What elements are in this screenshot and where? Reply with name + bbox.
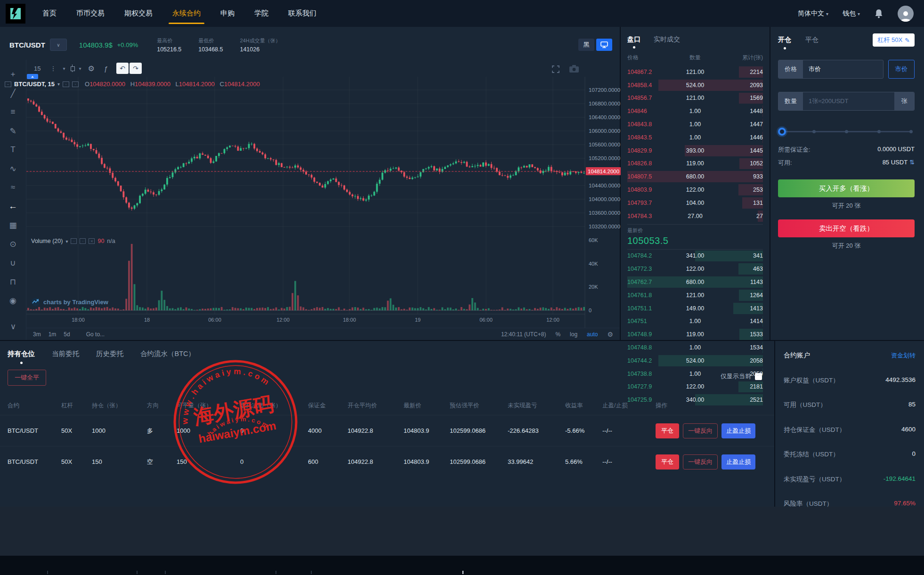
log-scale-button[interactable]: log (570, 331, 577, 338)
quantity-input[interactable]: 数量 1张≈200USDT 张 (778, 92, 915, 111)
eye-icon[interactable]: ◉ (5, 292, 21, 308)
sell-short-button[interactable]: 卖出开空（看跌） (778, 219, 915, 237)
chevron-down-icon[interactable]: ▾ (78, 64, 82, 73)
axis-settings-gear-icon[interactable]: ⚙ (607, 331, 613, 338)
orderbook-ask-row[interactable]: 104793.7104.00131 (627, 196, 763, 210)
trendline-icon[interactable]: ╱ (5, 85, 21, 101)
volume-label[interactable]: Volume (20) (31, 238, 63, 244)
tradingview-credit[interactable]: charts by TradingView (31, 298, 108, 307)
transfer-swap-icon[interactable]: ⇅ (909, 159, 915, 166)
buy-long-button[interactable]: 买入开多（看涨） (778, 179, 915, 197)
nav-item-0[interactable]: 首页 (42, 0, 57, 27)
bars-pattern-icon[interactable]: ▦ (5, 217, 21, 233)
notifications-bell-icon[interactable] (874, 8, 883, 19)
chart-settings-gear-icon[interactable]: ⚙ (84, 62, 98, 75)
orderbook-ask-row[interactable]: 104807.5680.00933 (627, 170, 763, 183)
gear-icon[interactable]: ◦ (72, 81, 79, 87)
orderbook-ask-row[interactable]: 104867.2121.002214 (627, 65, 763, 79)
crosshair-icon[interactable]: + (5, 66, 21, 82)
camera-snapshot-icon[interactable] (569, 65, 579, 73)
gann-fib-icon[interactable]: ≡ (5, 104, 21, 120)
nav-item-6[interactable]: 联系我们 (288, 0, 316, 27)
reverse-position-button[interactable]: 一键反向 (683, 423, 718, 438)
orderbook-ask-row[interactable]: 104803.9122.00253 (627, 183, 763, 196)
orderbook-bid-row[interactable]: 1047511.001414 (627, 315, 763, 328)
interval-button[interactable]: 15 (30, 63, 44, 74)
wallet-dropdown[interactable]: 钱包▾ (843, 9, 860, 18)
chart-style-icon[interactable] (70, 65, 74, 72)
market-price-button[interactable]: 市价 (888, 60, 915, 79)
orderbook-bid-row[interactable]: 104751.1149.001413 (627, 302, 763, 315)
positions-tab-2[interactable]: 历史委托 (96, 349, 123, 358)
orderbook-bid-row[interactable]: 104748.9119.001533 (627, 328, 763, 341)
magnet-icon[interactable]: ∪ (5, 255, 21, 271)
tab-orderbook[interactable]: 盘口 (627, 35, 640, 44)
text-icon[interactable]: T (5, 142, 21, 158)
orderbook-bid-row[interactable]: 104772.3122.00463 (627, 262, 763, 275)
close-position-button[interactable]: 平仓 (656, 454, 679, 470)
close-icon[interactable]: ✕ (89, 238, 95, 244)
tab-trades[interactable]: 实时成交 (654, 35, 680, 44)
pattern-icon[interactable]: ∿ (5, 161, 21, 177)
nav-item-1[interactable]: 币币交易 (76, 0, 105, 27)
redo-button[interactable]: ↷ (130, 63, 142, 74)
price-input[interactable]: 价格 市价 (778, 60, 883, 79)
pair-selector[interactable]: ∨ (50, 39, 67, 51)
orderbook-ask-row[interactable]: 104858.4524.002093 (627, 79, 763, 92)
tp-sl-button[interactable]: 止盈止损 (721, 454, 755, 470)
orderbook-ask-row[interactable]: 104843.81.001447 (627, 118, 763, 131)
orderbook-bid-row[interactable]: 104762.7680.001143 (627, 275, 763, 289)
close-position-button[interactable]: 平仓 (656, 423, 679, 438)
user-avatar[interactable] (898, 6, 914, 22)
positions-tab-1[interactable]: 当前委托 (52, 349, 79, 358)
lock-icon[interactable]: ⊓ (5, 274, 21, 290)
candlestick-chart[interactable]: 107200.0000106800.0000106400.0000106000.… (26, 77, 621, 328)
orderbook-ask-row[interactable]: 104856.7121.001569 (627, 92, 763, 105)
chart-area[interactable]: +╱≡✎T∿≈←▦⊙∪⊓◉∨ 15 ⋮ ▾ ▾ ⚙ ƒ ↶ ↷ − BTC/US… (0, 60, 620, 340)
brush-icon[interactable]: ✎ (5, 123, 21, 139)
range-1m[interactable]: 1m (49, 331, 57, 338)
range-3m[interactable]: 3m (33, 331, 41, 338)
forecast-icon[interactable]: ≈ (5, 179, 21, 195)
nav-item-2[interactable]: 期权交易 (124, 0, 153, 27)
tab-open-position[interactable]: 开仓 (778, 36, 791, 44)
positions-tab-3[interactable]: 合约流水（BTC） (140, 349, 195, 358)
close-all-button[interactable]: 一键全平 (8, 370, 46, 386)
fund-transfer-link[interactable]: 资金划转 (891, 351, 916, 360)
legend-symbol[interactable]: BTC/USDT, 15 (14, 81, 55, 88)
slider-thumb[interactable] (778, 128, 786, 136)
indicators-icon[interactable]: ƒ (100, 63, 112, 74)
range-5d[interactable]: 5d (64, 331, 70, 338)
amount-slider[interactable] (780, 128, 913, 135)
undo-button[interactable]: ↶ (116, 63, 129, 74)
orderbook-ask-row[interactable]: 104826.8119.001052 (627, 157, 763, 170)
orderbook-ask-row[interactable]: 1048461.001448 (627, 105, 763, 118)
gear-icon[interactable]: ◦ (80, 238, 86, 244)
chevron-down-icon[interactable]: ▾ (65, 239, 68, 244)
tab-close-position[interactable]: 平仓 (805, 36, 819, 44)
goto-button[interactable]: Go to... (86, 331, 105, 338)
orderbook-bid-row[interactable]: 104761.8121.001264 (627, 289, 763, 302)
clock-label[interactable]: 12:40:11 (UTC+8) (501, 331, 546, 338)
chevron-down-icon[interactable]: ▾ (57, 81, 60, 87)
orderbook-bid-row[interactable]: 104784.2341.00341 (627, 250, 763, 263)
interval-menu-icon[interactable]: ⋮ (46, 63, 60, 74)
nav-item-4[interactable]: 申购 (220, 0, 235, 27)
reverse-position-button[interactable]: 一键反向 (683, 454, 718, 470)
tp-sl-button[interactable]: 止盈止损 (721, 423, 755, 438)
orderbook-ask-row[interactable]: 104843.51.001446 (627, 131, 763, 144)
orderbook-ask-row[interactable]: 104784.327.0027 (627, 210, 763, 223)
back-arrow-icon[interactable]: ← (5, 198, 21, 214)
chevron-down-icon[interactable]: ▾ (62, 64, 66, 73)
eye-icon[interactable]: ◦ (71, 238, 77, 244)
auto-scale-button[interactable]: auto (587, 331, 598, 338)
percent-scale-button[interactable]: % (555, 331, 560, 338)
leverage-button[interactable]: 杠杆 50X✎ (873, 33, 915, 47)
display-mode-button[interactable] (596, 39, 612, 51)
app-logo[interactable] (6, 4, 25, 24)
eye-icon[interactable]: ◦ (63, 81, 69, 87)
positions-tab-0[interactable]: 持有仓位 (8, 349, 35, 358)
zoom-icon[interactable]: ⊙ (5, 236, 21, 252)
toolbar-collapse-icon[interactable]: ∨ (5, 318, 21, 334)
language-dropdown[interactable]: 简体中文▾ (798, 9, 828, 18)
